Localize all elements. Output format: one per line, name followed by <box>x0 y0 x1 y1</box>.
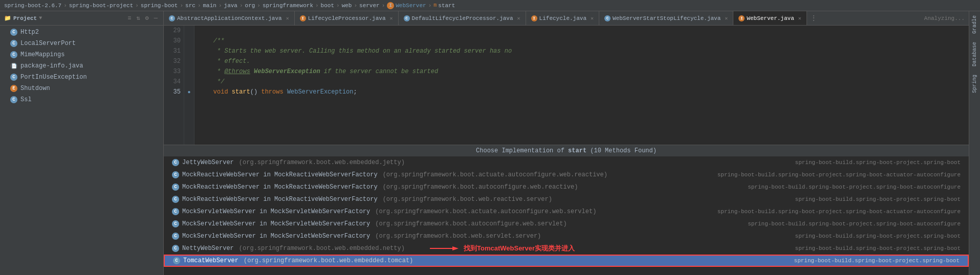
tab-webserverstartstoplifecycle[interactable]: C WebServerStartStopLifecycle.java ✕ <box>599 11 733 25</box>
tab-close-button[interactable]: ✕ <box>725 15 728 21</box>
close-sidebar-button[interactable]: — <box>153 14 159 22</box>
impl-item-mockservlet2[interactable]: C MockServletWebServer in MockServletWeb… <box>164 218 969 230</box>
tab-close-button[interactable]: ✕ <box>517 15 520 21</box>
breadcrumb-sep: › <box>198 3 201 9</box>
impl-item-mockservlet3[interactable]: C MockServletWebServer in MockServletWeb… <box>164 230 969 242</box>
breadcrumb-item[interactable]: org <box>245 3 255 9</box>
breadcrumb-item[interactable]: main <box>203 3 216 9</box>
code-line-34: */ <box>199 77 965 87</box>
sidebar-item-ssl[interactable]: C Ssl <box>0 94 163 105</box>
tab-label: Lifecycle.java <box>539 15 586 21</box>
tab-lifecycle[interactable]: I Lifecycle.java ✕ <box>526 11 599 25</box>
impl-module: spring-boot-build.spring-boot-project.sp… <box>748 184 961 190</box>
breadcrumb-item[interactable]: java <box>224 3 237 9</box>
impl-item-mockreactive1[interactable]: C MockReactiveWebServer in MockReactiveW… <box>164 169 969 181</box>
tab-close-button[interactable]: ✕ <box>798 15 801 21</box>
impl-item-mockservlet1[interactable]: C MockServletWebServer in MockServletWeb… <box>164 205 969 218</box>
tab-icon: C <box>404 15 410 21</box>
class-icon: C <box>172 196 179 203</box>
tab-icon: C <box>604 15 611 21</box>
impl-item-left: C MockServletWebServer in MockServletWeb… <box>172 233 541 240</box>
more-tabs-button[interactable]: ⋮ <box>807 14 820 22</box>
code-line-33: * @throws WebServerException if the serv… <box>199 66 965 77</box>
code-line-29 <box>199 26 965 36</box>
code-text: * Starts the web server. Calling this me… <box>199 46 512 56</box>
breadcrumb-item[interactable]: spring-boot-2.6.7 <box>4 3 61 9</box>
breadcrumb-item[interactable]: web <box>342 3 352 9</box>
tabs-bar: C AbstractApplicationContext.java ✕ I Li… <box>164 11 969 26</box>
settings-button[interactable]: ⚙ <box>144 14 150 22</box>
breadcrumb-item[interactable]: src <box>185 3 195 9</box>
database-panel-label[interactable]: Database <box>971 38 978 71</box>
impl-item-left: C MockServletWebServer in MockServletWeb… <box>172 220 567 227</box>
class-icon: C <box>172 220 179 227</box>
enum-icon: E <box>10 85 17 92</box>
code-text: void start() throws WebServerException; <box>199 87 357 97</box>
impl-item-jettywebserver[interactable]: C JettyWebServer (org.springframework.bo… <box>164 156 969 169</box>
line-numbers: 29 30 31 32 33 34 35 <box>164 26 184 145</box>
sidebar-item-http2[interactable]: C Http2 <box>0 27 163 38</box>
method-label[interactable]: start <box>438 3 455 9</box>
tab-webserver[interactable]: I WebServer.java ✕ <box>733 11 807 25</box>
impl-module: spring-boot-build.spring-boot-project.sp… <box>795 196 961 202</box>
webserver-label[interactable]: WebServer <box>396 3 426 9</box>
tab-close-button[interactable]: ✕ <box>591 15 594 21</box>
impl-item-mockreactive3[interactable]: C MockReactiveWebServer in MockReactiveW… <box>164 193 969 205</box>
sidebar-item-label: package-info.java <box>20 62 83 70</box>
gradle-panel-label[interactable]: Gradle <box>971 11 978 38</box>
spring-panel-label[interactable]: Spring <box>971 71 978 97</box>
breadcrumb-item[interactable]: spring-boot-project <box>69 3 133 9</box>
line-number: 30 <box>167 36 181 46</box>
sidebar-item-shutdown[interactable]: E Shutdown <box>0 83 163 94</box>
sidebar-header: 📁 Project ▼ ≡ ⇅ ⚙ — <box>0 11 163 26</box>
sidebar-item-label: PortInUseException <box>20 74 87 81</box>
impl-module: spring-boot-build.spring-boot-project.sp… <box>795 245 961 251</box>
class-icon: C <box>172 184 179 191</box>
tab-abstractapplicationcontext[interactable]: C AbstractApplicationContext.java ✕ <box>164 11 295 25</box>
sidebar-item-localserverport[interactable]: C LocalServerPort <box>0 38 163 49</box>
impl-item-nettywebserver[interactable]: C NettyWebServer (org.springframework.bo… <box>164 242 969 255</box>
tab-defaultlifecycleprocessor[interactable]: C DefaultLifecycleProcessor.java ✕ <box>399 11 526 25</box>
impl-pkg: (org.springframework.boot.web.embedded.t… <box>244 257 413 264</box>
impl-module: spring-boot-build.spring-boot-project.sp… <box>794 258 960 264</box>
chevron-down-icon[interactable]: ▼ <box>39 15 42 21</box>
class-icon: C <box>10 74 17 81</box>
impl-item-tomcatwebserver[interactable]: C TomcatWebServer (org.springframework.b… <box>164 255 969 267</box>
class-icon: C <box>10 51 17 58</box>
breadcrumb-webserver[interactable]: I WebServer <box>387 2 426 9</box>
sidebar-title-label: Project <box>13 15 37 21</box>
line-number: 31 <box>167 46 181 56</box>
impl-item-left: C MockReactiveWebServer in MockReactiveW… <box>172 196 552 203</box>
analyzing-label: Analyzing... <box>920 15 969 21</box>
sidebar-item-mimemappings[interactable]: C MimeMappings <box>0 49 163 60</box>
tab-lifecycleprocessor[interactable]: I LifecycleProcessor.java ✕ <box>295 11 399 25</box>
tab-close-button[interactable]: ✕ <box>286 15 289 21</box>
breadcrumb-item[interactable]: boot <box>321 3 334 9</box>
class-icon: C <box>172 208 179 215</box>
code-content[interactable]: /** * Starts the web server. Calling thi… <box>194 26 969 145</box>
breadcrumb-method[interactable]: m start <box>433 3 455 9</box>
breadcrumb-sep: › <box>382 3 385 9</box>
collapse-all-button[interactable]: ≡ <box>126 14 133 22</box>
tab-close-button[interactable]: ✕ <box>390 15 393 21</box>
tab-icon: C <box>169 15 175 21</box>
breadcrumb-item[interactable]: spring-boot <box>141 3 178 9</box>
line-number: 32 <box>167 56 181 66</box>
expand-all-button[interactable]: ⇅ <box>135 14 141 22</box>
line-number: 35 <box>167 87 181 97</box>
sidebar-item-portinuseexception[interactable]: C PortInUseException <box>0 72 163 83</box>
sidebar-item-package-info[interactable]: 📄 package-info.java <box>0 60 163 72</box>
tab-label: WebServerStartStopLifecycle.java <box>613 15 721 21</box>
breadcrumb-item[interactable]: springframework <box>263 3 313 9</box>
code-line-35: void start() throws WebServerException; <box>199 87 965 97</box>
right-panel: Gradle Database Spring <box>969 11 980 275</box>
impl-pkg: (org.springframework.boot.web.embedded.n… <box>239 245 405 252</box>
sidebar-item-label: MimeMappings <box>20 51 64 58</box>
breadcrumb-item[interactable]: server <box>359 3 380 9</box>
line-number: 34 <box>167 77 181 87</box>
impl-pkg: (org.springframework.boot.autoconfigure.… <box>375 220 567 227</box>
impl-item-mockreactive2[interactable]: C MockReactiveWebServer in MockReactiveW… <box>164 181 969 193</box>
line-number: 33 <box>167 66 181 77</box>
impl-item-left: C JettyWebServer (org.springframework.bo… <box>172 159 405 166</box>
breadcrumb-sep: › <box>257 3 260 9</box>
